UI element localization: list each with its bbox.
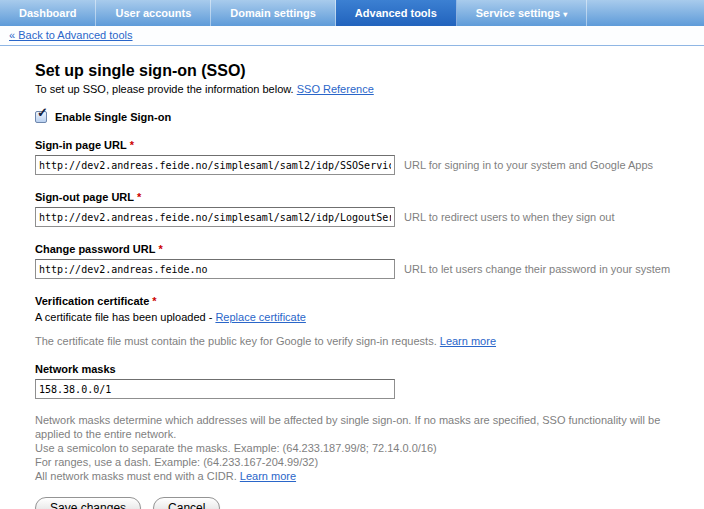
certificate-status-text: A certificate file has been uploaded - (35, 311, 212, 323)
network-masks-input[interactable] (35, 379, 395, 399)
tab-domain-settings[interactable]: Domain settings (211, 0, 336, 26)
field-group-change-password-url: Change password URL* URL to let users ch… (35, 243, 704, 279)
certificate-label: Verification certificate* (35, 295, 704, 307)
required-asterisk: * (152, 295, 156, 307)
certificate-section: Verification certificate* A certificate … (35, 295, 704, 347)
change-password-url-label: Change password URL* (35, 243, 704, 255)
sign-in-url-hint: URL for signing in to your system and Go… (404, 159, 653, 171)
save-changes-button[interactable]: Save changes (35, 497, 141, 509)
sign-out-url-input[interactable] (35, 207, 395, 227)
tab-service-settings[interactable]: Service settings ▾ (457, 0, 587, 26)
enable-sso-checkbox[interactable]: ✓ (35, 111, 47, 123)
sign-out-url-label-text: Sign-out page URL (35, 191, 134, 203)
certificate-label-text: Verification certificate (35, 295, 149, 307)
field-group-sign-out-url: Sign-out page URL* URL to redirect users… (35, 191, 704, 227)
replace-certificate-link[interactable]: Replace certificate (215, 311, 306, 323)
network-masks-desc-line: Network masks determine which addresses … (35, 413, 695, 441)
network-masks-learn-more-link[interactable]: Learn more (240, 470, 296, 482)
network-masks-label: Network masks (35, 363, 704, 375)
change-password-url-input[interactable] (35, 259, 395, 279)
network-masks-desc-line: For ranges, use a dash. Example: (64.233… (35, 455, 695, 469)
network-masks-desc-line: All network masks must end with a CIDR. … (35, 469, 695, 483)
certificate-learn-more-link[interactable]: Learn more (440, 335, 496, 347)
required-asterisk: * (158, 243, 162, 255)
dropdown-arrow-icon: ▾ (563, 10, 567, 19)
checkmark-icon: ✓ (37, 105, 48, 120)
subtitle-text: To set up SSO, please provide the inform… (35, 83, 294, 95)
sso-reference-link[interactable]: SSO Reference (297, 83, 374, 95)
network-masks-cidr-text: All network masks must end with a CIDR. (35, 470, 237, 482)
tab-user-accounts[interactable]: User accounts (96, 0, 211, 26)
sign-in-url-label-text: Sign-in page URL (35, 139, 127, 151)
tab-advanced-tools[interactable]: Advanced tools (336, 0, 457, 26)
certificate-note: The certificate file must contain the pu… (35, 335, 704, 347)
network-masks-description: Network masks determine which addresses … (35, 413, 695, 483)
cancel-button[interactable]: Cancel (153, 497, 220, 509)
certificate-note-text: The certificate file must contain the pu… (35, 335, 437, 347)
change-password-url-label-text: Change password URL (35, 243, 155, 255)
required-asterisk: * (130, 139, 134, 151)
form-actions: Save changes Cancel (35, 497, 704, 509)
page-subtitle: To set up SSO, please provide the inform… (35, 83, 704, 95)
tab-dashboard[interactable]: Dashboard (0, 0, 96, 26)
page-title: Set up single sign-on (SSO) (35, 62, 704, 80)
sign-in-url-label: Sign-in page URL* (35, 139, 704, 151)
sign-in-url-input[interactable] (35, 155, 395, 175)
tab-service-settings-label: Service settings (476, 7, 560, 19)
field-group-network-masks: Network masks Network masks determine wh… (35, 363, 704, 483)
network-masks-label-text: Network masks (35, 363, 116, 375)
top-nav-tabbar: Dashboard User accounts Domain settings … (0, 0, 704, 26)
back-link[interactable]: « Back to Advanced tools (9, 29, 133, 41)
main-content: Set up single sign-on (SSO) To set up SS… (0, 62, 704, 509)
enable-sso-row: ✓ Enable Single Sign-on (35, 111, 704, 123)
enable-sso-label: Enable Single Sign-on (55, 111, 171, 123)
sign-out-url-hint: URL to redirect users to when they sign … (404, 211, 615, 223)
network-masks-desc-line: Use a semicolon to separate the masks. E… (35, 441, 695, 455)
certificate-status-line: A certificate file has been uploaded - R… (35, 311, 704, 323)
back-row: « Back to Advanced tools (0, 26, 704, 46)
field-group-sign-in-url: Sign-in page URL* URL for signing in to … (35, 139, 704, 175)
sso-setup-page: Dashboard User accounts Domain settings … (0, 0, 704, 509)
change-password-url-hint: URL to let users change their password i… (404, 263, 670, 275)
sign-out-url-label: Sign-out page URL* (35, 191, 704, 203)
required-asterisk: * (137, 191, 141, 203)
